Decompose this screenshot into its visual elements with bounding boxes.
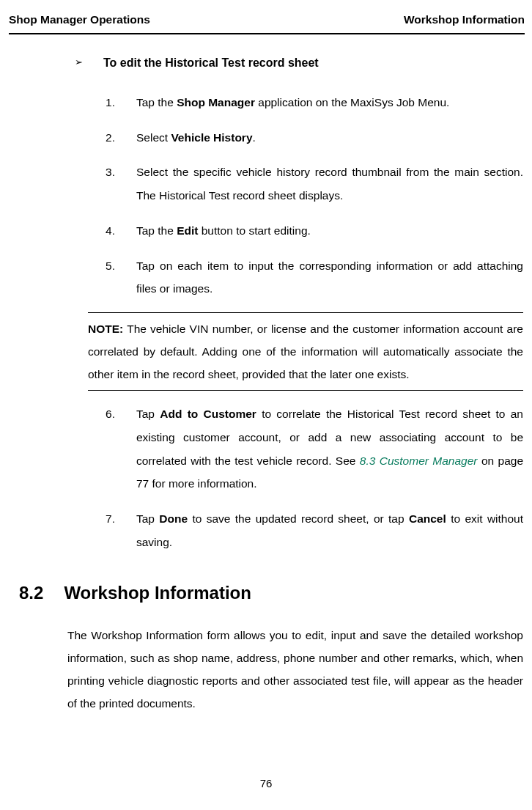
page-content: ➢ To edit the Historical Test record she… bbox=[9, 52, 525, 715]
step-bold: Cancel bbox=[409, 512, 446, 525]
step-text: to save the updated record sheet, or tap bbox=[188, 512, 409, 525]
page-number: 76 bbox=[0, 773, 532, 795]
steps-list-part1: Tap the Shop Manager application on the … bbox=[67, 91, 523, 301]
note-box: NOTE: The vehicle VIN number, or license… bbox=[88, 312, 523, 391]
header-left: Shop Manager Operations bbox=[9, 9, 150, 30]
steps-list-part2: Tap Add to Customer to correlate the His… bbox=[67, 402, 523, 554]
step-bold: Done bbox=[159, 512, 188, 525]
step-item: Select the specific vehicle history reco… bbox=[106, 161, 523, 207]
bullet-arrow-icon: ➢ bbox=[75, 54, 83, 72]
step-text: Tap the bbox=[136, 224, 177, 237]
note-label: NOTE: bbox=[88, 323, 123, 335]
instruction-heading-text: To edit the Historical Test record sheet bbox=[103, 52, 319, 74]
section-heading: 8.2 Workshop Information bbox=[19, 576, 523, 610]
step-text: Select the specific vehicle history reco… bbox=[136, 166, 523, 202]
section-title: Workshop Information bbox=[64, 576, 251, 610]
step-item: Select Vehicle History. bbox=[106, 126, 523, 150]
step-bold: Add to Customer bbox=[160, 408, 256, 420]
step-item: Tap the Shop Manager application on the … bbox=[106, 91, 523, 114]
step-item: Tap Done to save the updated record shee… bbox=[106, 507, 523, 554]
step-text: Tap on each item to input the correspond… bbox=[136, 259, 523, 295]
instruction-heading: ➢ To edit the Historical Test record she… bbox=[75, 52, 523, 74]
step-text: Select bbox=[136, 131, 171, 144]
step-bold: Vehicle History bbox=[171, 131, 252, 144]
cross-reference-link[interactable]: 8.3 Customer Manager bbox=[360, 454, 478, 467]
step-text: . bbox=[253, 131, 256, 144]
step-item: Tap Add to Customer to correlate the His… bbox=[106, 402, 523, 496]
step-bold: Edit bbox=[177, 224, 198, 237]
step-text: Tap bbox=[136, 512, 159, 525]
step-item: Tap on each item to input the correspond… bbox=[106, 254, 523, 301]
step-text: Tap the bbox=[136, 96, 177, 108]
step-text: Tap bbox=[136, 408, 160, 420]
step-item: Tap the Edit button to start editing. bbox=[106, 219, 523, 243]
step-text: application on the MaxiSys Job Menu. bbox=[255, 96, 449, 108]
header-right: Workshop Information bbox=[404, 9, 525, 30]
note-text: The vehicle VIN number, or license and t… bbox=[88, 323, 523, 380]
section-body: The Workshop Information form allows you… bbox=[67, 624, 523, 715]
section-number: 8.2 bbox=[19, 576, 43, 610]
page-header: Shop Manager Operations Workshop Informa… bbox=[9, 9, 525, 34]
step-text: button to start editing. bbox=[198, 224, 310, 237]
step-bold: Shop Manager bbox=[177, 96, 255, 108]
